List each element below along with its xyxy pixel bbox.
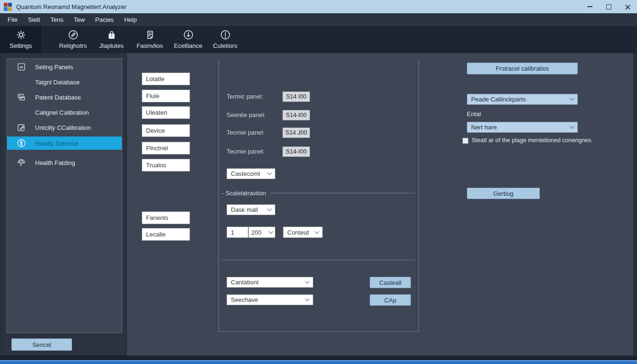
group-title: Scalelatravtion	[222, 190, 266, 197]
window-bottom-edge	[0, 355, 637, 360]
circle-exclamation-icon	[219, 29, 231, 41]
toolbar-item-culetiors[interactable]: Culetiors	[203, 26, 247, 53]
field-flule[interactable]	[142, 90, 190, 102]
umbrella-icon	[16, 157, 27, 168]
cap-button[interactable]: CAp	[370, 294, 411, 306]
menu-item-sielt[interactable]: Sielt	[23, 13, 45, 26]
toolbar-separator	[42, 27, 42, 52]
menu-item-help[interactable]: Help	[119, 13, 142, 26]
casteall-button[interactable]: Casteall	[370, 277, 411, 288]
toolbar-item-label: Relighotrs	[59, 42, 87, 49]
settings-button[interactable]: Settings	[0, 26, 42, 53]
chevron-down-icon	[570, 124, 574, 129]
count-input[interactable]	[227, 227, 248, 238]
field-lecalle[interactable]	[142, 228, 190, 241]
sidebar-item-label: Catignel Calibration	[35, 109, 89, 116]
sidebar-item-label: Heailty Satence	[35, 140, 78, 147]
settings-label: Settings	[10, 42, 32, 49]
mode-dropdown[interactable]: Castecoml	[227, 168, 275, 179]
chevron-down-icon	[267, 171, 272, 175]
sidebar-item-seting-panels[interactable]: Seting Panels	[7, 60, 122, 74]
cards-stack-icon	[16, 92, 27, 102]
document-icon	[144, 29, 156, 41]
sidebar-item-label: Patent Database	[35, 94, 81, 101]
field-device[interactable]	[142, 124, 190, 137]
chevron-down-icon	[315, 229, 319, 234]
gertiug-button[interactable]: Gertiug	[467, 188, 540, 199]
sidebar-item-tatgnl-database[interactable]: Tatgnl Database	[7, 75, 122, 89]
menu-item-tens[interactable]: Tens	[45, 13, 68, 26]
picture-frame-icon	[16, 62, 27, 72]
panel-row-value: S14-I00	[282, 146, 310, 157]
window-controls	[580, 0, 637, 13]
minimize-button[interactable]	[580, 0, 599, 13]
checkbox-label: Steatl ar of the plage mentetioned coner…	[472, 137, 593, 144]
sencel-button[interactable]: Sencel	[11, 338, 72, 351]
toolbar-item-label: Ecetliance	[174, 42, 202, 49]
toolbar: Settings Relighotrs Jlaplutes	[0, 26, 637, 53]
menubar: File Sielt Tens Tew Pacies Help	[0, 13, 637, 26]
chevron-down-icon	[305, 297, 310, 301]
seechave-dropdown[interactable]: Seechave	[227, 294, 313, 305]
nert-dropdown[interactable]: Nert hare	[467, 122, 578, 133]
toolbar-item-jlaplutes[interactable]: Jlaplutes	[90, 26, 133, 53]
chevron-down-icon	[570, 96, 574, 101]
menu-item-tew[interactable]: Tew	[69, 13, 90, 26]
maximize-button[interactable]	[599, 0, 618, 13]
panel-row-label: Seenlie panel:	[227, 111, 265, 118]
menu-item-pacies[interactable]: Pacies	[90, 13, 119, 26]
group-title-line	[270, 193, 415, 193]
parts-dropdown[interactable]: Peade Callinckparts	[467, 94, 578, 105]
close-button[interactable]	[618, 0, 637, 13]
maximize-icon	[606, 4, 611, 9]
separator-line	[222, 260, 415, 260]
sidebar-item-heailty-satence[interactable]: Heailty Satence	[7, 136, 122, 150]
sidebar: Seting Panels Tatgnl Database Patent Dat…	[7, 58, 122, 333]
chevron-down-icon	[269, 229, 273, 234]
sidebar-item-label: Tatgnl Database	[35, 79, 80, 86]
panel-row-label: Tecmie panel:	[227, 129, 264, 136]
minimize-icon	[587, 6, 592, 7]
sidebar-item-label: Untcilty CCalibration	[35, 124, 91, 131]
panel-row-value: S14 J00	[282, 127, 310, 138]
scale-dropdown[interactable]: Dask mall	[227, 204, 275, 215]
close-icon	[625, 4, 631, 10]
sidebar-item-untcilty-calibration[interactable]: Untcilty CCalibration	[7, 120, 122, 135]
sidebar-item-health-fatding[interactable]: Health Fatding	[7, 155, 122, 170]
field-plnctnel[interactable]	[142, 142, 190, 155]
pencil-circle-icon	[67, 29, 79, 41]
toolbar-item-label: Jlaplutes	[99, 42, 123, 49]
checkbox[interactable]	[463, 138, 468, 144]
gear-icon	[15, 29, 27, 41]
main-panel: Termic panel: S14 I00 Seenlie panel: S14…	[127, 53, 633, 355]
field-fanents[interactable]	[142, 211, 190, 224]
toolbar-item-label: Faonvlios	[136, 42, 163, 49]
panel-row-label: Termic panel:	[227, 93, 263, 100]
circle-arrow-down-icon	[182, 29, 194, 41]
panel-row-value: S14-I00	[282, 110, 310, 120]
calibrate-button[interactable]: Frstracel calibratios	[467, 63, 578, 74]
toolbar-item-label: Culetiors	[213, 42, 237, 49]
canlationt-dropdown[interactable]: Canlationt	[227, 277, 313, 288]
chevron-down-icon	[267, 207, 272, 211]
panel-row-value: S14 I00	[282, 91, 310, 102]
toolbar-item-faonvlios[interactable]: Faonvlios	[128, 26, 172, 53]
sidebar-item-catignel-calibration[interactable]: Catignel Calibration	[7, 105, 122, 119]
sidebar-item-label: Seting Panels	[35, 64, 73, 71]
sidebar-item-patent-database[interactable]: Patent Database	[7, 90, 122, 104]
panel-row-label: Tecmie panel:	[227, 148, 264, 155]
edit-square-icon	[16, 122, 27, 133]
ental-label: Ental	[467, 110, 481, 118]
chevron-down-icon	[305, 279, 310, 284]
taskbar-strip	[0, 360, 637, 364]
toolbar-item-relighotrs[interactable]: Relighotrs	[51, 26, 95, 53]
menu-item-file[interactable]: File	[2, 13, 23, 26]
field-trualos[interactable]	[142, 159, 190, 172]
bag-icon	[106, 29, 118, 41]
field-uleaten[interactable]	[142, 106, 190, 119]
field-lotatle[interactable]	[142, 73, 190, 85]
app-logo-icon	[4, 3, 12, 11]
size-dropdown[interactable]: 200	[248, 227, 275, 238]
content-dropdown[interactable]: Conteut	[283, 227, 323, 238]
leaf-circle-icon	[16, 138, 27, 148]
